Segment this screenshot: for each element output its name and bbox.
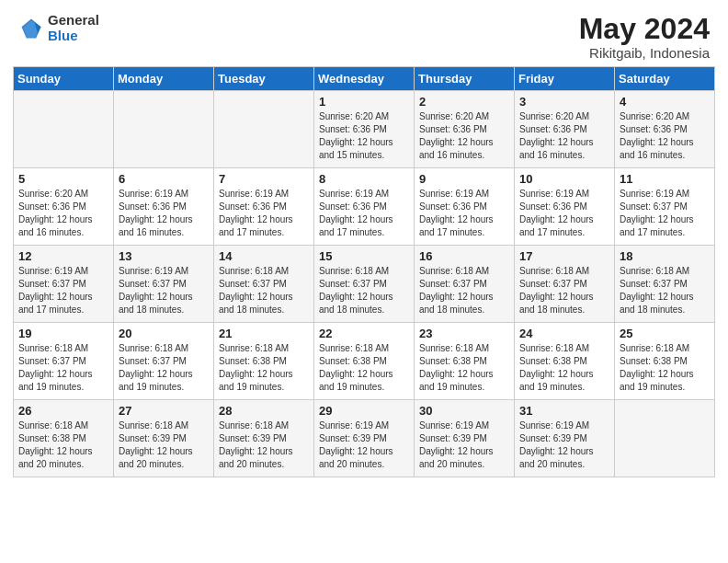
day-info: Sunrise: 6:19 AM Sunset: 6:39 PM Dayligh… (319, 419, 409, 471)
day-cell: 26Sunrise: 6:18 AM Sunset: 6:38 PM Dayli… (14, 400, 114, 477)
day-info: Sunrise: 6:18 AM Sunset: 6:37 PM Dayligh… (119, 342, 209, 394)
day-number: 30 (419, 404, 509, 418)
day-cell: 22Sunrise: 6:18 AM Sunset: 6:38 PM Dayli… (314, 323, 415, 400)
day-cell: 10Sunrise: 6:19 AM Sunset: 6:36 PM Dayli… (515, 168, 615, 246)
day-cell: 16Sunrise: 6:18 AM Sunset: 6:37 PM Dayli… (415, 246, 515, 323)
calendar: SundayMondayTuesdayWednesdayThursdayFrid… (13, 66, 715, 477)
title-block: May 2024 Rikitgaib, Indonesia (579, 13, 710, 61)
logo: General Blue (18, 13, 99, 43)
day-number: 9 (419, 172, 509, 186)
day-cell: 5Sunrise: 6:20 AM Sunset: 6:36 PM Daylig… (14, 168, 114, 246)
day-info: Sunrise: 6:19 AM Sunset: 6:37 PM Dayligh… (620, 188, 710, 239)
day-cell: 1Sunrise: 6:20 AM Sunset: 6:36 PM Daylig… (314, 91, 415, 168)
col-header-thursday: Thursday (415, 67, 515, 91)
day-cell: 17Sunrise: 6:18 AM Sunset: 6:37 PM Dayli… (515, 246, 615, 323)
week-row-2: 12Sunrise: 6:19 AM Sunset: 6:37 PM Dayli… (14, 246, 715, 323)
day-info: Sunrise: 6:20 AM Sunset: 6:36 PM Dayligh… (620, 110, 710, 162)
day-info: Sunrise: 6:18 AM Sunset: 6:37 PM Dayligh… (319, 265, 409, 316)
day-info: Sunrise: 6:19 AM Sunset: 6:36 PM Dayligh… (319, 188, 409, 239)
day-cell: 25Sunrise: 6:18 AM Sunset: 6:38 PM Dayli… (615, 323, 715, 400)
day-cell: 30Sunrise: 6:19 AM Sunset: 6:39 PM Dayli… (415, 400, 515, 477)
header-row: SundayMondayTuesdayWednesdayThursdayFrid… (14, 67, 715, 91)
day-info: Sunrise: 6:18 AM Sunset: 6:38 PM Dayligh… (319, 342, 409, 394)
logo-icon (18, 16, 44, 41)
col-header-tuesday: Tuesday (214, 67, 314, 91)
day-cell: 31Sunrise: 6:19 AM Sunset: 6:39 PM Dayli… (515, 400, 615, 477)
col-header-monday: Monday (114, 67, 214, 91)
day-cell (214, 91, 314, 168)
day-cell: 15Sunrise: 6:18 AM Sunset: 6:37 PM Dayli… (314, 246, 415, 323)
col-header-sunday: Sunday (14, 67, 114, 91)
day-cell: 13Sunrise: 6:19 AM Sunset: 6:37 PM Dayli… (114, 246, 214, 323)
day-cell: 21Sunrise: 6:18 AM Sunset: 6:38 PM Dayli… (214, 323, 314, 400)
day-number: 25 (620, 327, 710, 340)
day-number: 23 (419, 327, 509, 340)
day-number: 11 (620, 172, 710, 186)
day-cell (14, 91, 114, 168)
day-number: 22 (319, 327, 409, 340)
day-number: 3 (519, 95, 609, 109)
col-header-wednesday: Wednesday (314, 67, 415, 91)
week-row-4: 26Sunrise: 6:18 AM Sunset: 6:38 PM Dayli… (14, 400, 715, 477)
day-number: 28 (219, 404, 309, 418)
logo-text: General Blue (48, 13, 99, 43)
day-cell: 2Sunrise: 6:20 AM Sunset: 6:36 PM Daylig… (415, 91, 515, 168)
day-number: 1 (319, 95, 409, 109)
col-header-friday: Friday (515, 67, 615, 91)
day-number: 15 (319, 249, 409, 263)
page: General Blue May 2024 Rikitgaib, Indones… (0, 0, 728, 563)
day-number: 20 (119, 327, 209, 340)
day-info: Sunrise: 6:20 AM Sunset: 6:36 PM Dayligh… (18, 188, 108, 239)
calendar-body: 1Sunrise: 6:20 AM Sunset: 6:36 PM Daylig… (14, 91, 715, 477)
day-info: Sunrise: 6:18 AM Sunset: 6:38 PM Dayligh… (419, 342, 509, 394)
day-cell: 24Sunrise: 6:18 AM Sunset: 6:38 PM Dayli… (515, 323, 615, 400)
day-cell: 20Sunrise: 6:18 AM Sunset: 6:37 PM Dayli… (114, 323, 214, 400)
day-cell: 7Sunrise: 6:19 AM Sunset: 6:36 PM Daylig… (214, 168, 314, 246)
day-info: Sunrise: 6:18 AM Sunset: 6:37 PM Dayligh… (219, 265, 309, 316)
day-cell: 29Sunrise: 6:19 AM Sunset: 6:39 PM Dayli… (314, 400, 415, 477)
day-info: Sunrise: 6:18 AM Sunset: 6:39 PM Dayligh… (119, 419, 209, 471)
day-info: Sunrise: 6:18 AM Sunset: 6:38 PM Dayligh… (519, 342, 609, 394)
day-info: Sunrise: 6:18 AM Sunset: 6:39 PM Dayligh… (219, 419, 309, 471)
day-number: 13 (119, 249, 209, 263)
day-number: 12 (18, 249, 108, 263)
day-number: 18 (620, 249, 710, 263)
day-cell: 27Sunrise: 6:18 AM Sunset: 6:39 PM Dayli… (114, 400, 214, 477)
day-number: 2 (419, 95, 509, 109)
day-number: 6 (119, 172, 209, 186)
day-info: Sunrise: 6:18 AM Sunset: 6:37 PM Dayligh… (519, 265, 609, 316)
day-cell (615, 400, 715, 477)
day-info: Sunrise: 6:18 AM Sunset: 6:37 PM Dayligh… (620, 265, 710, 316)
day-info: Sunrise: 6:19 AM Sunset: 6:39 PM Dayligh… (519, 419, 609, 471)
day-cell: 19Sunrise: 6:18 AM Sunset: 6:37 PM Dayli… (14, 323, 114, 400)
week-row-0: 1Sunrise: 6:20 AM Sunset: 6:36 PM Daylig… (14, 91, 715, 168)
day-cell: 12Sunrise: 6:19 AM Sunset: 6:37 PM Dayli… (14, 246, 114, 323)
day-info: Sunrise: 6:19 AM Sunset: 6:36 PM Dayligh… (119, 188, 209, 239)
day-info: Sunrise: 6:19 AM Sunset: 6:36 PM Dayligh… (419, 188, 509, 239)
day-info: Sunrise: 6:18 AM Sunset: 6:38 PM Dayligh… (18, 419, 108, 471)
day-cell (114, 91, 214, 168)
day-number: 31 (519, 404, 609, 418)
week-row-1: 5Sunrise: 6:20 AM Sunset: 6:36 PM Daylig… (14, 168, 715, 246)
day-number: 24 (519, 327, 609, 340)
day-cell: 14Sunrise: 6:18 AM Sunset: 6:37 PM Dayli… (214, 246, 314, 323)
day-info: Sunrise: 6:18 AM Sunset: 6:37 PM Dayligh… (18, 342, 108, 394)
title-month: May 2024 (579, 13, 710, 45)
day-cell: 11Sunrise: 6:19 AM Sunset: 6:37 PM Dayli… (615, 168, 715, 246)
calendar-header: SundayMondayTuesdayWednesdayThursdayFrid… (14, 67, 715, 91)
day-info: Sunrise: 6:18 AM Sunset: 6:38 PM Dayligh… (219, 342, 309, 394)
day-number: 16 (419, 249, 509, 263)
day-number: 4 (620, 95, 710, 109)
day-info: Sunrise: 6:19 AM Sunset: 6:37 PM Dayligh… (119, 265, 209, 316)
col-header-saturday: Saturday (615, 67, 715, 91)
day-info: Sunrise: 6:19 AM Sunset: 6:36 PM Dayligh… (519, 188, 609, 239)
day-info: Sunrise: 6:18 AM Sunset: 6:37 PM Dayligh… (419, 265, 509, 316)
day-number: 19 (18, 327, 108, 340)
day-cell: 28Sunrise: 6:18 AM Sunset: 6:39 PM Dayli… (214, 400, 314, 477)
day-cell: 6Sunrise: 6:19 AM Sunset: 6:36 PM Daylig… (114, 168, 214, 246)
day-number: 7 (219, 172, 309, 186)
day-number: 17 (519, 249, 609, 263)
logo-general: General (48, 13, 99, 29)
day-info: Sunrise: 6:19 AM Sunset: 6:36 PM Dayligh… (219, 188, 309, 239)
day-number: 27 (119, 404, 209, 418)
